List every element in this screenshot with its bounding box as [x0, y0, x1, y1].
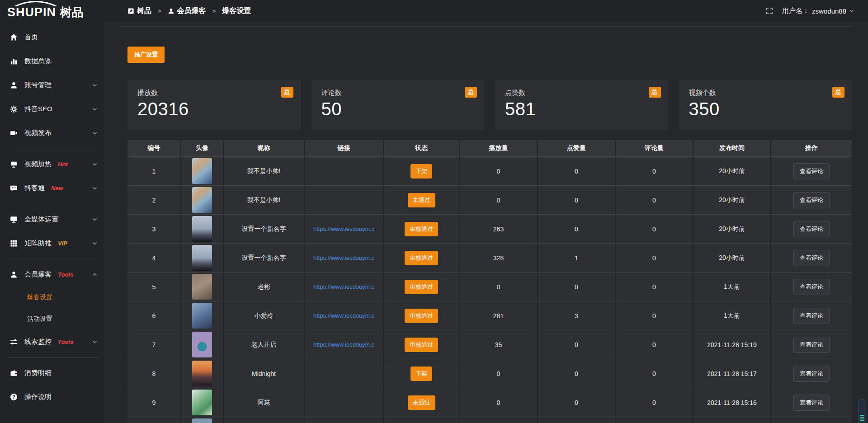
sidebar-item-media-operation[interactable]: 全媒体运营 — [0, 207, 104, 231]
cell-status: 审核通过 — [383, 243, 459, 272]
sidebar-item-label: 矩阵助推 — [24, 239, 52, 248]
stat-card-0: 播放数20316总 — [127, 80, 301, 130]
sidebar-subitem-baoke-settings[interactable]: 爆客设置 — [0, 287, 104, 308]
view-comments-button[interactable]: 查看评论 — [793, 337, 830, 353]
sidebar-item-operation-guide[interactable]: ?操作说明 — [0, 385, 104, 409]
cell-status: 审核通过 — [383, 214, 459, 243]
view-comments-button[interactable]: 查看评论 — [793, 163, 830, 179]
cell-nickname: Midnight — [223, 359, 304, 388]
sidebar-item-member-baoke[interactable]: 会员爆客Tools — [0, 263, 104, 287]
view-comments-button[interactable]: 查看评论 — [793, 192, 830, 208]
total-badge: 总 — [465, 87, 477, 98]
sidebar-item-video-heat[interactable]: 视频加热Hot — [0, 152, 104, 176]
view-comments-button[interactable]: 查看评论 — [793, 250, 830, 266]
promo-settings-button[interactable]: 推广设置 — [127, 47, 165, 63]
avatar — [192, 245, 212, 271]
status-badge: 未通过 — [408, 395, 435, 410]
column-header: 发布时间 — [693, 140, 770, 156]
cell-status: 未通过 — [383, 388, 459, 417]
sidebar-item-label: 操作说明 — [24, 393, 52, 401]
breadcrumb-item-member-baoke[interactable]: 会员爆客 — [168, 6, 206, 16]
user-icon — [10, 81, 18, 89]
user-menu[interactable]: 用户名： zswodun88 — [782, 7, 854, 15]
sidebar-item-clue-monitor[interactable]: 线索监控Tools — [0, 330, 104, 354]
cell-time: 20小时前 — [693, 214, 770, 243]
avatar — [192, 390, 212, 415]
sidebar-item-matrix-boost[interactable]: 矩阵助推VIP — [0, 231, 104, 255]
sidebar-item-home[interactable]: 首页 — [0, 25, 104, 49]
status-badge: 审核通过 — [405, 280, 438, 294]
grid-icon — [10, 240, 18, 247]
table-row: 3设置一个新名字https://www.iesdouyin.c审核通过26300… — [127, 214, 852, 243]
video-link[interactable]: https://www.iesdouyin.c — [313, 341, 374, 348]
video-link[interactable]: https://www.iesdouyin.c — [313, 283, 374, 290]
avatar — [192, 332, 212, 357]
breadcrumb-item-shupin[interactable]: 树品 — [127, 6, 151, 16]
avatar — [192, 418, 212, 423]
main-content: 推广设置 播放数20316总评论数50总点赞数581总视频个数350总 编号头像… — [104, 0, 868, 423]
chat-icon — [10, 184, 18, 192]
sidebar-item-video-publish[interactable]: 视频发布 — [0, 121, 104, 145]
view-comments-button[interactable]: 查看评论 — [793, 221, 830, 237]
sidebar: SHUPIN 树品 首页数据总览账号管理抖音SEO视频发布视频加热Hot抖客通N… — [0, 0, 104, 423]
column-header: 链接 — [304, 140, 383, 156]
cell-id: 4 — [127, 243, 180, 272]
view-comments-button[interactable]: 查看评论 — [793, 395, 830, 411]
sidebar-item-data-overview[interactable]: 数据总览 — [0, 49, 104, 73]
cell-likes: 0 — [537, 156, 615, 185]
cell-link — [304, 185, 383, 214]
cell-comments: 0 — [615, 301, 693, 330]
floating-widget[interactable] — [858, 400, 866, 423]
cell-nickname: 设置一个新名字 — [223, 214, 304, 243]
cell-likes: 1 — [537, 243, 615, 272]
cell-comments: 0 — [615, 156, 693, 185]
sidebar-subitem-activity-settings[interactable]: 活动设置 — [0, 308, 104, 330]
video-link[interactable]: https://www.iesdouyin.c — [313, 254, 374, 261]
breadcrumb-label: 会员爆客 — [177, 6, 206, 16]
cell-plays — [459, 417, 537, 423]
sidebar-item-label: 会员爆客 — [24, 270, 52, 279]
question-icon: ? — [10, 393, 18, 401]
bar-chart-icon — [10, 57, 18, 65]
view-comments-button[interactable]: 查看评论 — [793, 308, 830, 324]
sidebar-item-label: 视频发布 — [24, 129, 52, 137]
sidebar-item-douyin-seo[interactable]: 抖音SEO — [0, 97, 104, 121]
cell-action: 查看评论 — [770, 214, 852, 243]
cell-avatar — [180, 359, 223, 388]
chevron-down-icon — [92, 161, 98, 167]
stat-card-2: 点赞数581总 — [495, 80, 668, 130]
avatar — [192, 158, 212, 184]
cell-likes: 0 — [537, 214, 615, 243]
cell-likes — [537, 417, 615, 423]
sidebar-item-tag: VIP — [58, 240, 67, 247]
stat-card-value: 50 — [321, 99, 475, 119]
cell-link — [304, 359, 383, 388]
sidebar-item-label: 全媒体运营 — [24, 215, 58, 224]
cell-comments: 0 — [615, 272, 693, 301]
sidebar-item-douketong[interactable]: 抖客通New — [0, 176, 104, 200]
column-header: 操作 — [770, 140, 852, 156]
breadcrumb-separator: > — [211, 8, 218, 14]
cell-plays: 0 — [459, 156, 537, 185]
cell-nickname: 我不是小帅! — [223, 156, 304, 185]
video-link[interactable]: https://www.iesdouyin.c — [313, 226, 374, 232]
view-comments-button[interactable]: 查看评论 — [793, 279, 830, 295]
breadcrumb-separator: > — [156, 8, 163, 14]
status-badge: 下架 — [410, 164, 432, 179]
edit-square-icon — [127, 8, 134, 14]
video-link[interactable]: https://www.iesdouyin.c — [313, 312, 374, 319]
cell-action: 查看评论 — [770, 243, 852, 272]
view-comments-button[interactable]: 查看评论 — [793, 366, 830, 382]
breadcrumb-label: 爆客设置 — [222, 6, 251, 16]
status-badge: 审核通过 — [405, 222, 438, 236]
column-header: 昵称 — [223, 140, 304, 156]
total-badge: 总 — [832, 87, 844, 98]
status-badge: 未通过 — [408, 193, 435, 207]
floating-widget-bars — [860, 414, 864, 421]
cell-avatar — [180, 330, 223, 359]
sidebar-item-consume-detail[interactable]: 消费明细 — [0, 361, 104, 385]
stat-card-value: 581 — [505, 99, 658, 119]
cell-comments — [615, 417, 693, 423]
fullscreen-icon[interactable] — [766, 7, 773, 14]
sidebar-item-account-manage[interactable]: 账号管理 — [0, 73, 104, 97]
